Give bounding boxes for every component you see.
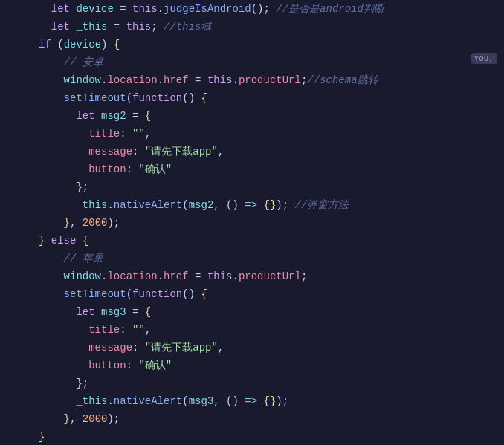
token-var: window bbox=[64, 74, 101, 86]
token-kw: if bbox=[39, 39, 51, 51]
line-content: if (device) { bbox=[30, 36, 504, 53]
token-punct: = bbox=[126, 110, 145, 122]
code-line: _this.nativeAlert(msg2, () => {}); //弹窗方… bbox=[0, 196, 504, 214]
token-punct: ); bbox=[276, 199, 294, 211]
code-line: }; bbox=[0, 374, 504, 392]
token-punct: = bbox=[107, 21, 126, 33]
line-content: }; bbox=[30, 178, 504, 196]
token-bracket: { bbox=[145, 306, 151, 318]
line-content: } else { bbox=[30, 232, 504, 250]
token-this-kw: this bbox=[207, 270, 233, 282]
token-kw: let bbox=[76, 110, 101, 122]
token-str: "确认" bbox=[138, 163, 172, 175]
token-fn-name: setTimeout bbox=[64, 92, 126, 104]
token-comment: // 安卓 bbox=[64, 56, 103, 68]
token-punct: , bbox=[70, 413, 83, 425]
token-punct: ; bbox=[151, 21, 164, 33]
line-content: // 安卓 bbox=[30, 53, 504, 71]
code-line: let _this = this; //this域 bbox=[0, 18, 504, 36]
token-punct: () bbox=[182, 92, 201, 104]
token-punct: ; bbox=[83, 181, 88, 193]
line-content: title: "", bbox=[30, 321, 504, 339]
token-arrow: => bbox=[245, 199, 257, 211]
code-line: title: "", bbox=[0, 321, 504, 339]
line-content: }, 2000); bbox=[30, 410, 504, 428]
token-punct: : bbox=[126, 360, 139, 371]
line-content: message: "请先下载app", bbox=[30, 339, 504, 357]
token-var: device bbox=[76, 3, 113, 15]
line-content: setTimeout(function() { bbox=[30, 89, 504, 107]
token-bracket: { bbox=[201, 92, 207, 104]
code-line: title: "", bbox=[0, 125, 504, 143]
line-content: }, 2000); bbox=[30, 214, 504, 232]
token-kw: let bbox=[51, 21, 77, 33]
token-prop: message bbox=[88, 146, 132, 157]
token-str: "确认" bbox=[138, 360, 172, 371]
token-punct: , bbox=[145, 324, 151, 336]
code-line: let device = this.judgeIsAndroid(); //是否… bbox=[0, 0, 504, 18]
token-num: 2000 bbox=[83, 217, 108, 229]
line-content: }; bbox=[30, 374, 504, 392]
token-kw: function bbox=[132, 288, 182, 300]
token-punct: , () bbox=[213, 199, 245, 211]
token-punct: ( bbox=[126, 92, 132, 104]
code-line: button: "确认" bbox=[0, 357, 504, 374]
you-badge: You, bbox=[471, 53, 497, 64]
token-punct: , bbox=[218, 146, 224, 157]
code-line: setTimeout(function() { bbox=[0, 285, 504, 303]
line-content: setTimeout(function() { bbox=[30, 285, 504, 303]
token-punct: ); bbox=[276, 395, 288, 407]
token-arrow: => bbox=[245, 395, 257, 407]
code-line: } bbox=[0, 428, 504, 445]
token-punct: : bbox=[120, 324, 132, 336]
line-content: button: "确认" bbox=[30, 357, 504, 374]
token-punct: ( bbox=[126, 288, 132, 300]
line-content: let device = this.judgeIsAndroid(); //是否… bbox=[30, 0, 504, 18]
token-this-kw: this bbox=[132, 3, 158, 15]
token-bracket: } bbox=[64, 413, 70, 425]
token-punct: . bbox=[158, 270, 164, 282]
code-line: let msg3 = { bbox=[0, 303, 504, 321]
token-punct: = bbox=[114, 3, 132, 15]
token-punct: ); bbox=[107, 217, 120, 229]
token-str: "请先下载app" bbox=[145, 342, 218, 354]
token-comment: //schema跳转 bbox=[307, 74, 378, 86]
token-prop: button bbox=[88, 163, 126, 175]
token-punct bbox=[257, 395, 263, 407]
line-content: // 苹果 bbox=[30, 250, 504, 267]
code-line: }, 2000); bbox=[0, 410, 504, 428]
token-prop: href bbox=[164, 270, 189, 282]
token-method: nativeAlert bbox=[114, 395, 182, 407]
token-punct: ; bbox=[83, 377, 88, 389]
token-punct: . bbox=[107, 199, 113, 211]
token-prop: message bbox=[88, 342, 132, 354]
token-comment: // 苹果 bbox=[64, 253, 103, 264]
token-comment: //弹窗方法 bbox=[295, 199, 349, 211]
token-punct: , () bbox=[213, 395, 245, 407]
line-content: _this.nativeAlert(msg3, () => {}); bbox=[30, 392, 504, 410]
code-editor: let device = this.judgeIsAndroid(); //是否… bbox=[0, 0, 504, 445]
code-line: setTimeout(function() { bbox=[0, 89, 504, 107]
token-var: window bbox=[64, 270, 101, 282]
token-punct: . bbox=[233, 270, 239, 282]
token-bracket: {} bbox=[264, 395, 277, 407]
token-punct: ( bbox=[182, 395, 188, 407]
code-line: } else { bbox=[0, 232, 504, 250]
code-line: }, 2000); bbox=[0, 214, 504, 232]
line-content: button: "确认" bbox=[30, 160, 504, 178]
token-punct: , bbox=[70, 217, 83, 229]
token-kw: else bbox=[51, 235, 77, 247]
token-punct: = bbox=[189, 74, 207, 86]
line-content: window.location.href = this.productUrl;/… bbox=[30, 71, 504, 89]
token-method: judgeIsAndroid bbox=[164, 3, 251, 15]
token-punct: () bbox=[182, 288, 201, 300]
token-bracket: } bbox=[76, 377, 82, 389]
token-punct: : bbox=[126, 163, 139, 175]
token-comment: //是否是android判断 bbox=[276, 3, 384, 15]
line-content: window.location.href = this.productUrl; bbox=[30, 267, 504, 285]
token-bracket: } bbox=[39, 431, 45, 443]
token-bracket: { bbox=[83, 235, 88, 247]
token-str: "" bbox=[132, 324, 145, 336]
token-punct: ) bbox=[101, 39, 114, 51]
token-punct: : bbox=[120, 128, 132, 140]
